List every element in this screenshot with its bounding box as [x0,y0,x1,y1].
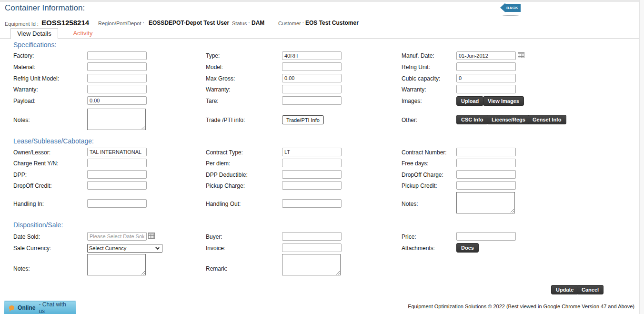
cubic-capacity-label: Cubic capacity: [402,75,440,82]
remark-textarea[interactable] [282,254,341,275]
handling-in-label: Handling In: [13,201,44,207]
factory-input[interactable] [87,51,147,60]
customer-value: EOS Test Customer [305,20,359,26]
equipment-id-value: EOSS1258214 [41,19,89,27]
invoice-label: Invoice: [206,245,225,252]
dpp-deductible-input[interactable] [282,170,342,179]
refrig-unit-label: Refrig Unit: [402,64,430,71]
model-input[interactable] [282,62,342,71]
refrig-unit-input[interactable] [456,62,516,71]
payload-input[interactable] [87,96,147,105]
buyer-input[interactable] [282,232,342,241]
lease-notes-label: Notes: [402,201,418,207]
price-label: Price: [402,233,416,240]
warranty2-input[interactable] [282,85,342,93]
disposition-notes-textarea[interactable] [87,254,146,275]
manuf-date-calendar-icon[interactable] [518,52,524,58]
region-value: EOSSDEPOT-Depot Test User [149,20,229,26]
csc-info-button[interactable]: CSC Info [456,115,488,124]
page-title: Container Information: [5,3,85,13]
handling-out-label: Handling Out: [206,201,241,207]
tab-activity[interactable]: Activity [58,28,108,39]
pickup-charge-label: Pickup Charge: [206,182,245,189]
remark-label: Remark: [206,265,227,272]
manuf-date-input[interactable] [456,51,516,60]
material-label: Material: [13,64,35,71]
cancel-button[interactable]: Cancel [577,285,604,294]
owner-lessor-label: Owner/Lessor: [13,149,50,156]
per-diem-input[interactable] [282,159,342,167]
pickup-credit-input[interactable] [456,181,516,190]
cubic-capacity-input[interactable] [456,74,516,82]
spec-notes-label: Notes: [13,117,30,123]
date-sold-calendar-icon[interactable] [148,233,155,239]
warranty3-label: Warranty: [402,86,426,93]
dpp-input[interactable] [87,170,147,179]
free-days-label: Free days: [402,160,429,167]
model-label: Model: [206,64,223,71]
refrig-unit-model-input[interactable] [87,74,147,82]
docs-button[interactable]: Docs [456,243,479,253]
dropoff-charge-input[interactable] [456,170,516,179]
top-divider [0,0,644,2]
pickup-charge-input[interactable] [282,181,342,190]
license-regs-button[interactable]: License/Regs [487,115,530,124]
specifications-heading: Specifications: [13,41,56,49]
max-gross-label: Max Gross: [206,75,235,82]
status-label: Status : [232,20,250,26]
refrig-unit-model-label: Refrig Unit Model: [13,75,59,82]
dpp-deductible-label: DPP Deductible: [206,172,248,178]
warranty3-input[interactable] [456,85,516,93]
per-diem-label: Per diem: [206,160,230,167]
tare-input[interactable] [282,96,342,105]
genset-info-button[interactable]: Genset Info [528,115,566,124]
payload-label: Payload: [13,98,36,104]
attachments-label: Attachments: [402,245,435,252]
sale-currency-select[interactable]: Select Currency [87,244,162,253]
dropoff-credit-label: DropOff Credit: [13,182,51,189]
back-button[interactable]: BACK [500,3,521,12]
sale-currency-select-wrap: Select Currency [87,243,162,252]
handling-in-input[interactable] [87,199,147,208]
chat-widget[interactable]: Online - Chat with us [4,301,76,314]
date-sold-input[interactable] [87,232,147,241]
price-input[interactable] [456,232,516,241]
date-sold-label: Date Sold: [13,233,40,240]
dropoff-credit-input[interactable] [87,181,147,190]
chat-bubble-icon [9,305,14,310]
pickup-credit-label: Pickup Credit: [402,182,437,189]
chat-status: Online [18,304,35,311]
tab-view-details[interactable]: View Details [10,28,58,39]
back-arrow-icon [500,3,505,12]
invoice-input[interactable] [282,243,342,252]
warranty1-input[interactable] [87,85,147,93]
lease-notes-textarea[interactable] [456,192,515,213]
handling-out-input[interactable] [282,199,342,208]
customer-label: Customer : [278,20,304,26]
contract-number-input[interactable] [456,148,516,156]
spec-notes-textarea[interactable] [87,109,146,130]
free-days-input[interactable] [456,159,516,167]
buyer-label: Buyer: [206,233,222,240]
container-information-page: Container Information: BACK Equipment Id… [0,0,644,314]
max-gross-input[interactable] [282,74,342,82]
status-value: DAM [252,20,264,26]
other-label: Other: [402,117,417,123]
back-button-label: BACK [505,4,521,12]
view-images-button[interactable]: View Images [483,96,524,106]
owner-lessor-input[interactable] [87,148,147,156]
upload-button[interactable]: Upload [456,96,483,106]
scrollbar-track[interactable] [639,0,644,314]
disposition-notes-label: Notes: [13,265,30,272]
trade-pti-button[interactable]: Trade/PTI Info [282,115,324,124]
disposition-heading: Disposition/Sale: [13,221,63,229]
update-button[interactable]: Update [551,285,578,294]
lease-heading: Lease/Sublease/Cabotage: [13,137,94,145]
charge-rent-input[interactable] [87,159,147,167]
contract-type-input[interactable] [282,148,342,156]
manuf-date-label: Manuf. Date: [402,52,434,59]
images-label: Images: [402,98,422,104]
sale-currency-label: Sale Currency: [13,245,51,252]
type-input[interactable] [282,51,342,60]
material-input[interactable] [87,62,147,71]
